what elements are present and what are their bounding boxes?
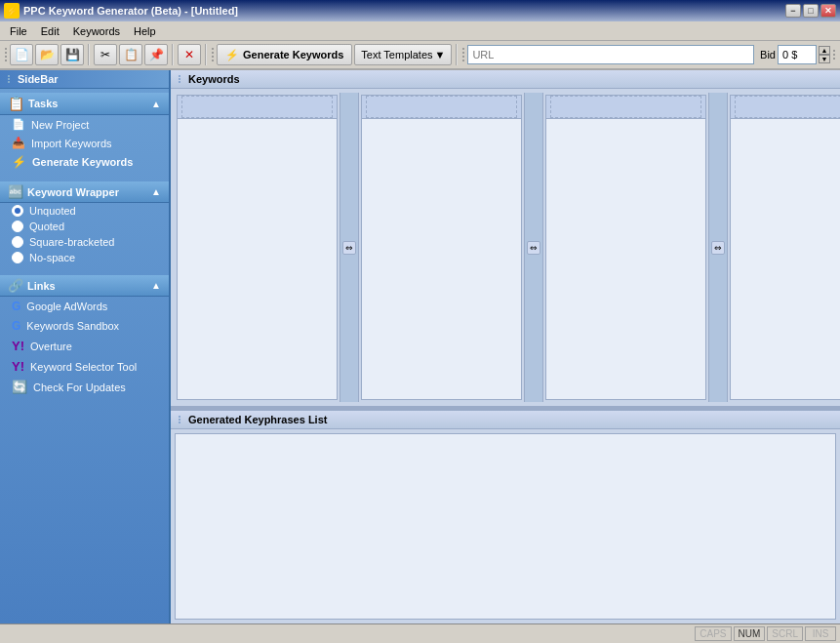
radio-square-bracketed[interactable]: Square-bracketed [0,234,169,250]
keyword-column-4 [730,95,840,400]
toolbar-gripper-3 [461,46,465,63]
keyphrases-content [175,433,836,620]
sidebar-item-import-keywords[interactable]: 📥 Import Keywords [0,134,169,152]
column-divider-3[interactable]: ⇔ [708,93,728,402]
generate-keywords-icon: ⚡ [12,155,26,169]
text-templates-label: Text Templates [361,49,432,60]
import-keywords-icon: 📥 [12,137,25,149]
keyword-column-1-textarea[interactable] [178,119,337,399]
bid-spinner[interactable]: ▲ ▼ [819,46,830,63]
menu-edit[interactable]: Edit [35,23,65,39]
menu-help[interactable]: Help [128,23,162,39]
app-icon: ⚡ [4,3,20,19]
keyword-column-3-textarea[interactable] [546,119,705,399]
keyword-column-2-input[interactable] [366,96,517,118]
keywords-sandbox-label: Keywords Sandbox [26,320,119,332]
keyword-wrapper-icon: 🔤 [8,184,23,199]
menu-keywords[interactable]: Keywords [67,23,126,39]
keyword-column-4-textarea[interactable] [731,119,840,399]
keywords-panel-title: Keywords [188,73,240,85]
save-button[interactable]: 💾 [60,44,84,65]
toolbar-sep-2 [172,44,174,65]
url-input[interactable] [467,45,754,64]
copy-button[interactable]: 📋 [119,44,142,65]
sidebar: SideBar 📋 Tasks ▲ 📄 New Project 📥 Import… [0,70,171,623]
keyword-wrapper-collapse-icon[interactable]: ▲ [151,186,161,197]
new-project-label: New Project [31,119,89,131]
sidebar-item-check-for-updates[interactable]: 🔄 Check For Updates [0,377,169,397]
bid-up-button[interactable]: ▲ [819,46,830,55]
cut-button[interactable]: ✂ [94,44,117,65]
keyword-column-3-input[interactable] [550,96,701,118]
keyword-column-3-header [546,96,705,119]
links-label: Links [27,280,56,292]
minimize-button[interactable]: − [785,4,801,18]
caps-indicator: CAPS [695,626,731,641]
keyword-column-4-input[interactable] [735,96,840,118]
toolbar: 📄 📂 💾 ✂ 📋 📌 ✕ ⚡ Generate Keywords Text T… [0,41,840,70]
sidebar-item-generate-keywords[interactable]: ⚡ Generate Keywords [0,152,169,172]
tasks-collapse-icon[interactable]: ▲ [151,99,161,109]
keyword-column-2-textarea[interactable] [362,119,521,399]
status-bar: CAPS NUM SCRL INS [0,623,840,643]
num-indicator: NUM [734,626,766,641]
generate-keywords-button[interactable]: ⚡ Generate Keywords [217,44,352,65]
column-divider-1[interactable]: ⇔ [340,93,359,402]
close-button[interactable]: ✕ [820,4,836,18]
toolbar-gripper [4,46,8,63]
bid-input[interactable] [778,45,817,64]
toolbar-sep-4 [456,44,458,65]
column-divider-2[interactable]: ⇔ [524,93,543,402]
sidebar-item-overture[interactable]: Y! Overture [0,336,169,356]
sandbox-icon: G [12,319,20,333]
restore-button[interactable]: □ [803,4,819,18]
keyword-wrapper-section-header[interactable]: 🔤 Keyword Wrapper ▲ [0,181,169,203]
radio-quoted[interactable]: Quoted [0,219,169,234]
new-button[interactable]: 📄 [10,44,33,65]
keyphrases-panel: Generated Keyphrases List [171,409,840,623]
sidebar-item-keyword-selector-tool[interactable]: Y! Keyword Selector Tool [0,356,169,377]
keyword-column-2-header [362,96,521,119]
keywords-panel: Keywords ⇔ [171,70,840,409]
delete-button[interactable]: ✕ [178,44,201,65]
sidebar-item-new-project[interactable]: 📄 New Project [0,115,169,134]
radio-unquoted-circle [12,205,23,217]
title-bar-left: ⚡ PPC Keyword Generator (Beta) - [Untitl… [4,3,238,19]
links-collapse-icon[interactable]: ▲ [151,280,161,291]
keyphrases-panel-header: Generated Keyphrases List [171,411,840,429]
lightning-icon: ⚡ [225,49,239,61]
open-button[interactable]: 📂 [35,44,59,65]
toolbar-gripper-4 [832,48,836,61]
keyphrases-panel-title: Generated Keyphrases List [188,414,327,425]
text-templates-button[interactable]: Text Templates ▼ [354,44,452,65]
radio-unquoted[interactable]: Unquoted [0,203,169,219]
title-bar: ⚡ PPC Keyword Generator (Beta) - [Untitl… [0,0,840,21]
sidebar-item-keywords-sandbox[interactable]: G Keywords Sandbox [0,316,169,336]
generate-keywords-label: Generate Keywords [32,156,133,168]
menu-file[interactable]: File [4,23,33,39]
links-section-header[interactable]: 🔗 Links ▲ [0,275,169,297]
ins-indicator: INS [805,626,836,641]
radio-no-space[interactable]: No-space [0,250,169,265]
keyword-wrapper-label: Keyword Wrapper [27,186,119,198]
column-divider-2-icon: ⇔ [527,241,540,255]
keywords-panel-gripper [179,75,180,83]
keyword-column-4-header [731,96,840,119]
bid-label: Bid [760,49,776,60]
overture-label: Overture [30,341,72,352]
keyword-column-1 [177,95,338,400]
bid-down-button[interactable]: ▼ [819,55,830,63]
keyword-column-1-input[interactable] [181,96,333,118]
google-icon: G [12,300,20,313]
new-project-icon: 📄 [12,118,25,131]
keyphrases-panel-gripper [179,416,180,423]
paste-button[interactable]: 📌 [144,44,168,65]
toolbar-gripper-2 [211,46,215,63]
keyword-wrapper-section-content: Unquoted Quoted Square-bracketed No-spac… [0,203,169,271]
sidebar-item-google-adwords[interactable]: G Google AdWords [0,297,169,316]
radio-square-bracketed-circle [12,236,23,248]
scrl-indicator: SCRL [767,626,803,641]
window-title: PPC Keyword Generator (Beta) - [Untitled… [23,5,238,17]
tasks-section-header[interactable]: 📋 Tasks ▲ [0,93,169,115]
overture-icon: Y! [12,339,24,353]
